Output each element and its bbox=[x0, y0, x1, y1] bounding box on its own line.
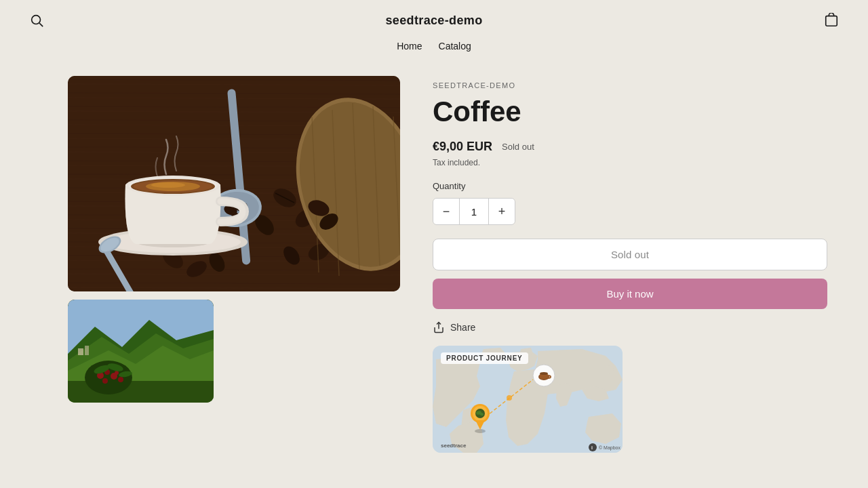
main-product-image[interactable] bbox=[68, 76, 400, 291]
product-journey-map[interactable]: PRODUCT JOURNEY bbox=[433, 346, 623, 453]
svg-point-85 bbox=[540, 372, 548, 375]
buy-now-button[interactable]: Buy it now bbox=[433, 279, 827, 309]
share-icon bbox=[433, 321, 445, 333]
svg-rect-2 bbox=[826, 16, 837, 26]
quantity-label: Quantity bbox=[433, 181, 827, 191]
svg-text:seedtrace: seedtrace bbox=[441, 443, 467, 449]
main-content: SEEDTRACE-DEMO Coffee €9,00 EUR Sold out… bbox=[0, 60, 868, 480]
thumbnail-image[interactable] bbox=[68, 300, 214, 403]
search-icon bbox=[29, 13, 44, 28]
main-nav: Home Catalog bbox=[0, 41, 868, 60]
quantity-value: 1 bbox=[459, 199, 489, 224]
svg-point-65 bbox=[118, 377, 123, 382]
svg-text:i: i bbox=[591, 445, 593, 450]
product-price: €9,00 EUR bbox=[433, 140, 492, 154]
quantity-row: − 1 + bbox=[433, 198, 827, 225]
svg-point-64 bbox=[115, 371, 119, 375]
product-title: Coffee bbox=[433, 96, 827, 127]
svg-point-87 bbox=[589, 443, 597, 451]
quantity-increase-button[interactable]: + bbox=[489, 199, 515, 224]
sold-out-button: Sold out bbox=[433, 239, 827, 270]
journey-label: PRODUCT JOURNEY bbox=[441, 352, 528, 364]
quantity-control: − 1 + bbox=[433, 198, 515, 225]
product-gallery bbox=[68, 76, 400, 453]
nav-catalog[interactable]: Catalog bbox=[439, 41, 471, 52]
nav-home[interactable]: Home bbox=[397, 41, 422, 52]
cart-icon bbox=[824, 13, 839, 28]
svg-rect-69 bbox=[78, 348, 83, 355]
svg-text:© Mapbox: © Mapbox bbox=[599, 445, 621, 451]
quantity-decrease-button[interactable]: − bbox=[433, 199, 459, 224]
price-row: €9,00 EUR Sold out bbox=[433, 140, 827, 154]
tax-note: Tax included. bbox=[433, 158, 827, 167]
brand-title: seedtrace-demo bbox=[385, 14, 482, 28]
search-button[interactable] bbox=[27, 11, 46, 30]
share-label: Share bbox=[450, 322, 475, 333]
share-row[interactable]: Share bbox=[433, 321, 827, 333]
cart-button[interactable] bbox=[822, 11, 841, 30]
svg-point-0 bbox=[32, 16, 41, 24]
svg-rect-70 bbox=[85, 346, 89, 355]
svg-line-1 bbox=[39, 23, 43, 26]
sold-out-inline: Sold out bbox=[502, 142, 534, 152]
svg-point-53 bbox=[151, 182, 185, 188]
svg-point-74 bbox=[507, 395, 512, 401]
product-info: SEEDTRACE-DEMO Coffee €9,00 EUR Sold out… bbox=[433, 76, 827, 453]
header: seedtrace-demo bbox=[0, 0, 868, 41]
vendor-label: SEEDTRACE-DEMO bbox=[433, 81, 827, 89]
svg-point-63 bbox=[102, 378, 108, 384]
